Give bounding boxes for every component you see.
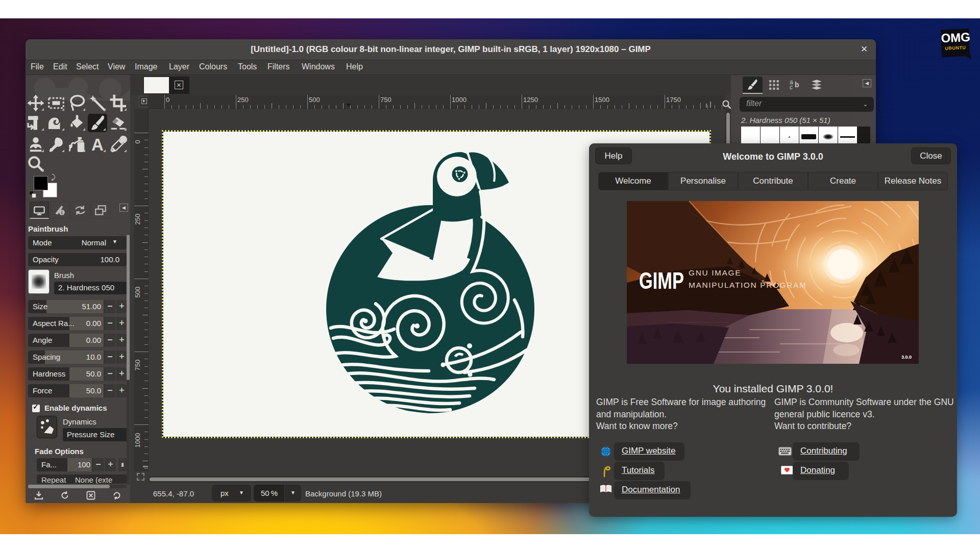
svg-text:GNU IMAGE: GNU IMAGE — [689, 268, 741, 277]
svg-text:A: A — [91, 135, 104, 154]
svg-text:GIMP: GIMP — [639, 267, 684, 294]
svg-text:3.0.0: 3.0.0 — [901, 355, 912, 360]
svg-text:i: i — [61, 210, 63, 215]
svg-text:MANIPULATION PROGRAM: MANIPULATION PROGRAM — [689, 281, 807, 289]
